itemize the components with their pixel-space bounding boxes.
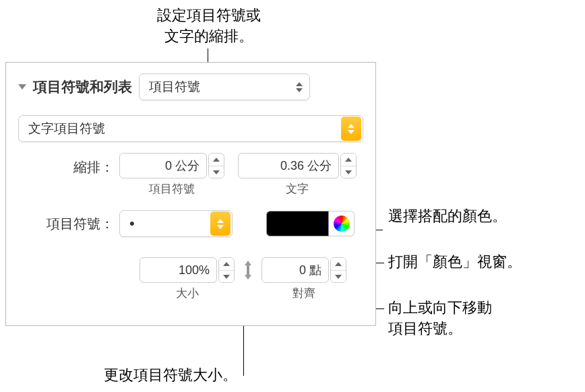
color-wheel-icon xyxy=(334,216,350,232)
indent-label: 縮排： xyxy=(18,153,119,176)
size-input[interactable]: 100% xyxy=(140,257,217,283)
disclosure-triangle-icon[interactable] xyxy=(18,84,26,90)
indent-bullet-group: 0 公分 項目符號 xyxy=(119,153,224,197)
chevron-updown-icon xyxy=(341,117,361,141)
size-sublabel: 大小 xyxy=(176,286,199,301)
stepper-down-icon[interactable] xyxy=(331,270,346,282)
format-panel: 項目符號和列表 項目符號 文字項目符號 縮排： 0 公分 xyxy=(5,62,376,326)
align-sublabel: 對齊 xyxy=(292,286,315,301)
callout-match-color: 選擇搭配的顏色。 xyxy=(388,206,507,227)
callout-change-size: 更改項目符號大小。 xyxy=(104,365,237,386)
stepper-buttons[interactable] xyxy=(218,257,235,283)
indent-row: 縮排： 0 公分 項目符號 0.36 公分 文字 xyxy=(6,149,375,201)
section-header: 項目符號和列表 項目符號 xyxy=(6,63,375,108)
bullet-type-dropdown[interactable]: 文字項目符號 xyxy=(18,115,363,142)
section-title: 項目符號和列表 xyxy=(33,77,132,96)
chevron-updown-icon xyxy=(210,211,230,236)
stepper-down-icon[interactable] xyxy=(209,166,224,178)
stepper-buttons[interactable] xyxy=(208,153,224,178)
callout-move-bullet: 向上或向下移動 項目符號。 xyxy=(388,298,492,339)
stepper-down-icon[interactable] xyxy=(341,166,356,178)
list-style-dropdown[interactable]: 項目符號 xyxy=(139,73,310,100)
stepper-up-icon[interactable] xyxy=(341,154,356,166)
bullet-char: • xyxy=(129,215,135,232)
align-group: 0 點 對齊 xyxy=(261,257,346,301)
stepper-up-icon[interactable] xyxy=(219,258,234,270)
vertical-align-icon xyxy=(239,257,257,283)
size-align-row: 100% 大小 0 點 對齊 xyxy=(6,253,375,305)
stepper-up-icon[interactable] xyxy=(209,154,224,166)
indent-text-input[interactable]: 0.36 公分 xyxy=(238,153,339,178)
stepper-buttons[interactable] xyxy=(340,153,357,178)
indent-text-sublabel: 文字 xyxy=(286,181,309,197)
size-group: 100% 大小 xyxy=(140,257,235,301)
indent-bullet-input[interactable]: 0 公分 xyxy=(119,153,207,178)
bullet-char-row: 項目符號： • xyxy=(6,206,375,241)
stepper-up-icon[interactable] xyxy=(331,258,346,270)
bullet-label: 項目符號： xyxy=(18,215,119,233)
indent-text-group: 0.36 公分 文字 xyxy=(238,153,357,197)
stepper-buttons[interactable] xyxy=(330,257,346,283)
bullet-char-dropdown[interactable]: • xyxy=(119,210,233,237)
dropdown-label: 文字項目符號 xyxy=(28,120,105,137)
svg-marker-0 xyxy=(245,261,251,280)
callout-open-color: 打開「顏色」視窗。 xyxy=(388,252,522,273)
chevron-updown-icon xyxy=(296,82,303,92)
color-controls xyxy=(266,211,355,236)
indent-bullet-sublabel: 項目符號 xyxy=(149,181,195,197)
callout-indent: 設定項目符號或 文字的縮排。 xyxy=(125,5,293,47)
stepper-down-icon[interactable] xyxy=(219,270,234,282)
color-swatch[interactable] xyxy=(266,211,329,236)
color-wheel-button[interactable] xyxy=(329,211,355,236)
align-input[interactable]: 0 點 xyxy=(261,257,329,283)
dropdown-label: 項目符號 xyxy=(149,78,200,96)
